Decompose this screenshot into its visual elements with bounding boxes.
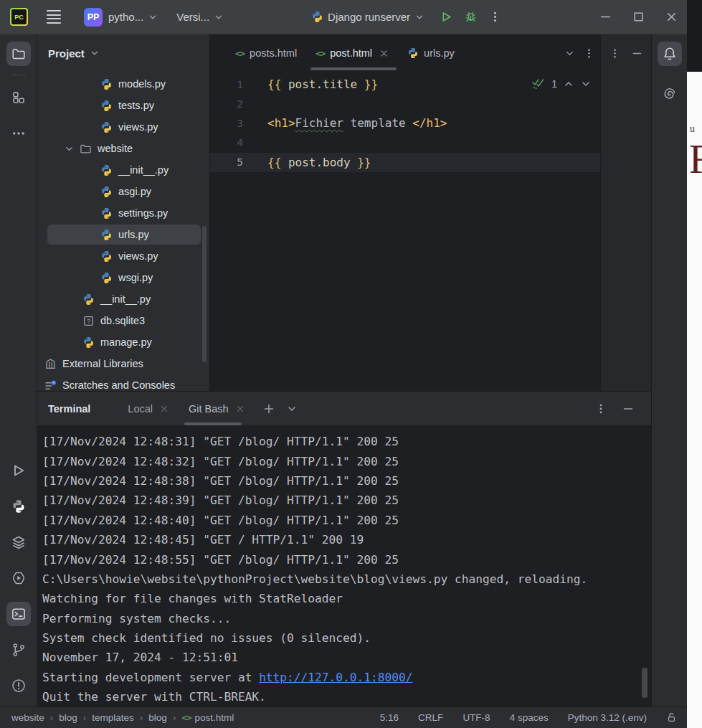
python-file-icon — [82, 293, 95, 306]
breadcrumb-blog[interactable]: blog — [59, 712, 77, 723]
project-selector[interactable]: pytho... — [108, 11, 158, 23]
breadcrumb-website[interactable]: website — [11, 712, 44, 723]
file-encoding[interactable]: UTF-8 — [463, 712, 490, 723]
django-variable: post.title — [281, 77, 364, 91]
terminal-output[interactable]: [17/Nov/2024 12:48:31] "GET /blog/ HTTP/… — [37, 425, 651, 706]
tree-item[interactable]: manage.py — [37, 331, 209, 353]
tree-item[interactable]: __init__.py — [37, 159, 209, 181]
previous-problem-icon[interactable] — [563, 78, 574, 90]
tree-item-label: asgi.py — [118, 186, 151, 197]
tree-item-folder[interactable]: website — [37, 138, 209, 159]
close-icon — [665, 11, 678, 23]
line-ending[interactable]: CRLF — [418, 712, 443, 723]
notifications-button[interactable] — [658, 42, 682, 66]
vcs-branch-label: Versi... — [176, 11, 209, 23]
project-tool-button[interactable] — [6, 42, 31, 66]
python-console-button[interactable] — [6, 494, 31, 519]
structure-icon — [11, 90, 26, 105]
new-terminal-button[interactable] — [263, 403, 275, 415]
terminal-options-button[interactable] — [595, 403, 607, 415]
tree-item[interactable]: models.py — [37, 73, 209, 95]
terminal-tool-button[interactable] — [6, 602, 31, 626]
close-button[interactable] — [663, 7, 680, 27]
python-packages-button[interactable] — [6, 566, 31, 590]
tree-item-scratches[interactable]: Scratches and Consoles — [37, 374, 209, 391]
tab-urls-py[interactable]: urls.py — [398, 34, 464, 72]
run-button[interactable] — [436, 7, 456, 27]
tree-item-label: models.py — [118, 78, 166, 90]
more-tool-windows-button[interactable] — [6, 121, 31, 146]
close-tab-icon[interactable] — [160, 405, 169, 413]
python-file-icon — [100, 121, 113, 133]
run-config-selector[interactable]: Django runserver — [328, 11, 424, 23]
close-tab-icon[interactable] — [379, 49, 389, 58]
terminal-scrollbar[interactable] — [642, 668, 648, 698]
tree-item[interactable]: views.py — [37, 245, 209, 267]
commit-tool-button[interactable] — [6, 85, 31, 110]
hide-panel-icon[interactable] — [632, 48, 642, 59]
hide-terminal-button[interactable] — [622, 403, 634, 415]
html-file-icon: <> — [235, 48, 245, 59]
server-url-link[interactable]: http://127.0.0.1:8000/ — [259, 671, 412, 684]
run-tool-button[interactable] — [6, 458, 31, 483]
tab-strip-actions — [564, 48, 600, 59]
library-icon — [44, 358, 57, 370]
next-problem-icon[interactable] — [580, 78, 592, 90]
more-run-actions-button[interactable] — [485, 7, 505, 27]
left-tool-stripe — [0, 34, 37, 706]
tree-item[interactable]: settings.py — [37, 202, 209, 224]
maximize-icon — [632, 11, 645, 23]
vcs-branch-selector[interactable]: Versi... — [176, 11, 224, 23]
tree-item-label: db.sqlite3 — [100, 315, 145, 326]
unlock-icon[interactable] — [666, 712, 677, 723]
code-text: {{ post.title }} — [251, 77, 378, 91]
chevron-down-icon[interactable] — [564, 48, 575, 59]
services-tool-button[interactable] — [6, 530, 31, 554]
git-branch-icon — [11, 643, 26, 657]
tab-options-kebab-icon[interactable] — [584, 48, 594, 59]
project-scrollbar[interactable] — [202, 226, 207, 362]
tree-item[interactable]: db.sqlite3 — [37, 310, 209, 331]
close-tab-icon[interactable] — [236, 405, 245, 413]
git-tool-button[interactable] — [6, 638, 31, 662]
problems-tool-button[interactable] — [6, 673, 31, 698]
tree-item[interactable]: wsgi.py — [37, 267, 209, 288]
debug-button[interactable] — [460, 7, 480, 27]
terminal-tab-git-bash[interactable]: Git Bash — [179, 392, 255, 425]
python-file-icon — [100, 229, 113, 241]
main-menu-icon[interactable] — [47, 10, 61, 24]
terminal-type-dropdown[interactable] — [286, 403, 298, 415]
chevron-down-icon[interactable] — [64, 143, 75, 154]
tree-item[interactable]: asgi.py — [37, 181, 209, 202]
tree-item[interactable]: __init__.py — [37, 288, 209, 310]
maximize-button[interactable] — [630, 7, 647, 27]
breadcrumb-templates[interactable]: templates — [92, 712, 134, 723]
editor[interactable]: 1 {{ post.title }} 2 3 <h1>Fichier templ… — [210, 72, 600, 391]
project-panel-header[interactable]: Project — [37, 34, 209, 72]
inspection-widget: 1 — [531, 77, 592, 90]
caret-position[interactable]: 5:16 — [380, 712, 399, 723]
tree-item[interactable]: views.py — [37, 116, 209, 138]
terminal-tab-local[interactable]: Local — [118, 392, 179, 425]
options-kebab-icon[interactable] — [609, 48, 620, 59]
ai-assistant-button[interactable] — [658, 82, 682, 106]
editor-tab-strip: <> posts.html <> post.html urls.py — [210, 34, 600, 72]
chevron-down-icon — [90, 48, 100, 58]
terminal-title[interactable]: Terminal — [48, 403, 90, 415]
breadcrumb-file[interactable]: <> post.html — [181, 712, 234, 723]
bell-icon — [663, 47, 677, 61]
django-brace: }} — [357, 156, 371, 169]
tab-scrollbar-thumb[interactable] — [310, 67, 397, 70]
tree-item[interactable]: tests.py — [37, 95, 209, 116]
breadcrumb-separator: › — [83, 712, 87, 723]
breadcrumb-blog2[interactable]: blog — [148, 712, 167, 723]
tree-item-external-libraries[interactable]: External Libraries — [37, 353, 209, 374]
tab-post-html[interactable]: <> post.html — [306, 34, 398, 72]
minimize-button[interactable] — [597, 7, 614, 27]
tree-item-selected[interactable]: urls.py — [37, 224, 209, 245]
indent-style[interactable]: 4 spaces — [510, 712, 549, 723]
tab-posts-html[interactable]: <> posts.html — [226, 34, 306, 72]
terminal-line: [17/Nov/2024 12:48:55] "GET /blog/ HTTP/… — [42, 549, 651, 569]
python-interpreter[interactable]: Python 3.12 (.env) — [568, 712, 647, 723]
line-number: 3 — [210, 118, 251, 129]
